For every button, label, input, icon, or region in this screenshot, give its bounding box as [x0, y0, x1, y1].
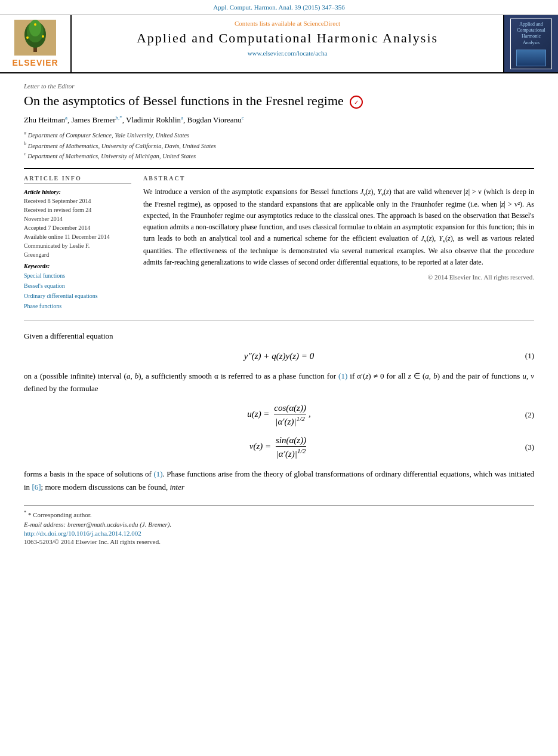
equation-2-number: (2)	[525, 410, 534, 420]
equation-1-number: (1)	[525, 351, 534, 361]
authors-line: Zhu Heitmana, James Bremerb,*, Vladimir …	[24, 115, 534, 125]
keywords: Special functions Bessel's equation Ordi…	[24, 271, 131, 311]
equation-3-content: v(z) = sin(α(z)) |α′(z)|1/2	[249, 435, 309, 459]
elsevier-brand-text: ELSEVIER	[12, 58, 58, 67]
svg-point-7	[34, 23, 36, 26]
svg-point-5	[26, 36, 29, 39]
footnote-issn: 1063-5203/© 2014 Elsevier Inc. All right…	[24, 537, 534, 547]
journal-cover-thumbnail: Applied and Computational Harmonic Analy…	[510, 19, 552, 69]
equation-2-content: u(z) = cos(α(z)) |α′(z)|1/2 ,	[247, 403, 310, 427]
journal-header: ELSEVIER Contents lists available at Sci…	[0, 15, 558, 73]
equation-1-content: y″(z) + q(z)y(z) = 0	[244, 351, 314, 361]
sciencedirect-link[interactable]: ScienceDirect	[303, 20, 340, 27]
abstract-panel: ABSTRACT We introduce a version of the a…	[143, 175, 534, 311]
journal-title: Applied and Computational Harmonic Analy…	[81, 30, 494, 46]
svg-point-6	[42, 35, 44, 38]
journal-citation: Appl. Comput. Harmon. Anal. 39 (2015) 34…	[0, 0, 558, 15]
abstract-heading: ABSTRACT	[143, 175, 534, 182]
affiliations: a Department of Computer Science, Yale U…	[24, 130, 534, 161]
body-para-2: forms a basis in the space of solutions …	[24, 468, 534, 493]
equation-2: u(z) = cos(α(z)) |α′(z)|1/2 , (2)	[24, 403, 534, 427]
journal-cover-section: Applied and Computational Harmonic Analy…	[504, 15, 558, 72]
body-para-1: on a (possible infinite) interval (a, b)…	[24, 370, 534, 395]
journal-url[interactable]: www.elsevier.com/locate/acha	[81, 50, 494, 57]
history-dates: Received 8 September 2014 Received in re…	[24, 196, 131, 259]
elsevier-tree-icon	[14, 20, 56, 56]
svg-point-4	[29, 20, 41, 36]
main-content: Letter to the Editor On the asymptotics …	[0, 73, 558, 555]
article-info-heading: ARTICLE INFO	[24, 175, 131, 184]
copyright: © 2014 Elsevier Inc. All rights reserved…	[143, 273, 534, 281]
journal-title-section: Contents lists available at ScienceDirec…	[72, 15, 504, 72]
footnote-corresponding: * * Corresponding author.	[24, 509, 534, 520]
equation-1: y″(z) + q(z)y(z) = 0 (1)	[24, 351, 534, 361]
equation-3-number: (3)	[525, 442, 534, 452]
elsevier-logo-section: ELSEVIER	[0, 15, 72, 72]
contents-line: Contents lists available at ScienceDirec…	[81, 20, 494, 27]
footnote-section: * * Corresponding author. E-mail address…	[24, 505, 534, 546]
article-info-panel: ARTICLE INFO Article history: Received 8…	[24, 175, 131, 311]
abstract-text: We introduce a version of the asymptotic…	[143, 186, 534, 269]
keywords-title: Keywords:	[24, 263, 131, 269]
crossmark-icon: ✓	[350, 96, 363, 109]
footnote-doi[interactable]: http://dx.doi.org/10.1016/j.acha.2014.12…	[24, 530, 534, 537]
equation-3: v(z) = sin(α(z)) |α′(z)|1/2 (3)	[24, 435, 534, 459]
section-label: Letter to the Editor	[24, 82, 534, 90]
article-title: On the asymptotics of Bessel functions i…	[24, 93, 534, 109]
body-intro: Given a differential equation	[24, 330, 534, 342]
history-title: Article history:	[24, 189, 131, 195]
footnote-email: E-mail address: bremer@math.ucdavis.edu …	[24, 520, 534, 530]
info-abstract-section: ARTICLE INFO Article history: Received 8…	[24, 168, 534, 311]
section-divider	[24, 320, 534, 321]
